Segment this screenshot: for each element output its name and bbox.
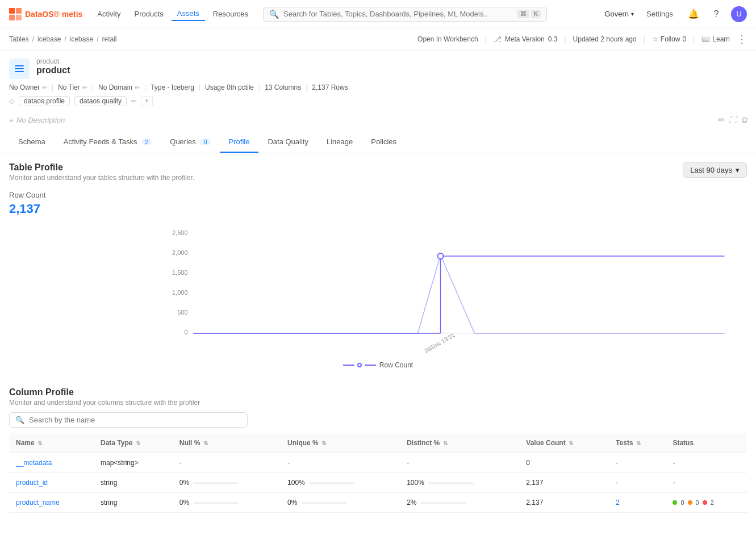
dot-orange: [688, 500, 692, 505]
dot-green: [673, 500, 677, 505]
no-tier: No Tier ✏: [58, 83, 87, 91]
edit-owner-icon[interactable]: ✏: [42, 84, 47, 91]
svg-text:2,000: 2,000: [172, 249, 188, 256]
meta-version: ⎇ Meta Version 0.3: [494, 35, 558, 43]
govern-dropdown[interactable]: Govern ▾: [604, 10, 634, 18]
tag-profile[interactable]: dataos.profile: [19, 96, 70, 106]
tab-schema[interactable]: Schema: [9, 132, 55, 153]
tab-policies[interactable]: Policies: [362, 132, 406, 153]
tab-activity[interactable]: Activity Feeds & Tasks 2: [55, 132, 161, 153]
breadcrumb-retail[interactable]: retail: [102, 35, 116, 43]
edit-description-btn[interactable]: ✏: [717, 115, 724, 125]
copy-btn[interactable]: ⧉: [741, 115, 747, 125]
tab-lineage[interactable]: Lineage: [318, 132, 362, 153]
fullscreen-btn[interactable]: ⛶: [729, 115, 737, 125]
type-value: Type - Iceberg: [151, 83, 194, 91]
distinct-progress-productname: [421, 502, 466, 504]
logo[interactable]: DataOS® metis: [9, 8, 82, 20]
edit-tags-icon[interactable]: ✏: [131, 98, 136, 105]
description-text: ≡ No Description: [9, 116, 65, 124]
col-header-unique[interactable]: Unique % ⇅: [281, 433, 400, 453]
link-tests-productname[interactable]: 2: [616, 499, 620, 506]
description-icon: ≡: [9, 116, 13, 124]
row-count-label: Row Count: [9, 191, 747, 199]
row-count-chart: 2,500 2,000 1,500 1,000 500 0 26/Dec 13:…: [9, 221, 747, 357]
search-input[interactable]: [283, 10, 513, 18]
open-workbench-btn[interactable]: Open In Workbench: [417, 35, 478, 43]
cell-tests-productid: -: [609, 473, 666, 493]
search-icon: 🔍: [15, 416, 24, 424]
add-term-btn[interactable]: +: [141, 96, 153, 106]
table-header-row: Name ⇅ Data Type ⇅ Null % ⇅ Unique % ⇅: [9, 433, 747, 453]
breadcrumb-icebase2[interactable]: icebase: [70, 35, 93, 43]
cell-null-productname: 0%: [173, 493, 281, 513]
entity-title: product: [36, 65, 70, 76]
sort-name-icon: ⇅: [37, 440, 42, 446]
table-profile-header: Table Profile Monitor and understand you…: [9, 162, 747, 182]
nav-resources[interactable]: Resources: [207, 7, 254, 20]
col-header-datatype[interactable]: Data Type ⇅: [94, 433, 173, 453]
sort-unique-icon: ⇅: [321, 440, 326, 446]
cell-datatype-productid: string: [94, 473, 173, 493]
chart-container: 2,500 2,000 1,500 1,000 500 0 26/Dec 13:…: [9, 221, 747, 369]
chevron-down-icon: ▾: [631, 11, 634, 17]
breadcrumb-bar: Tables / icebase / icebase / retail Open…: [0, 28, 756, 51]
table-profile-title-area: Table Profile Monitor and understand you…: [9, 162, 194, 182]
more-options-icon[interactable]: ⋮: [737, 33, 747, 45]
null-progress-productid: [193, 482, 239, 484]
table-profile-title: Table Profile: [9, 162, 194, 173]
date-range-button[interactable]: Last 90 days ▾: [683, 162, 747, 178]
col-header-null[interactable]: Null % ⇅: [173, 433, 281, 453]
nav-products[interactable]: Products: [129, 7, 169, 20]
help-icon[interactable]: ?: [708, 6, 724, 22]
follow-button[interactable]: ☆ Follow 0: [652, 35, 686, 43]
svg-rect-0: [9, 8, 15, 14]
null-progress-productname: [193, 502, 239, 504]
tags-row: ◇ dataos.profile dataos.quality ✏ +: [0, 96, 756, 111]
learn-button[interactable]: 📖 Learn: [701, 35, 730, 43]
metadata-row: No Owner ✏ | No Tier ✏ | No Domain ✏ | T…: [0, 79, 756, 96]
tag-quality[interactable]: dataos.quality: [74, 96, 127, 106]
column-search[interactable]: 🔍: [9, 412, 248, 428]
tab-queries[interactable]: Queries 0: [161, 132, 219, 153]
git-icon: ⎇: [494, 35, 502, 43]
row-count-value: 2,137: [9, 202, 747, 216]
tag-icon: ◇: [9, 97, 14, 105]
nav-activity[interactable]: Activity: [91, 7, 126, 20]
no-owner: No Owner ✏: [9, 83, 47, 91]
star-icon: ☆: [652, 35, 658, 43]
col-header-valuecount[interactable]: Value Count ⇅: [519, 433, 609, 453]
column-profile-table: Name ⇅ Data Type ⇅ Null % ⇅ Unique % ⇅: [9, 433, 747, 513]
link-metadata[interactable]: __metadata: [16, 459, 52, 467]
link-productname[interactable]: product_name: [16, 499, 60, 506]
cell-datatype-productname: string: [94, 493, 173, 513]
svg-rect-3: [16, 15, 22, 20]
avatar[interactable]: U: [731, 6, 747, 22]
breadcrumb-icebase1[interactable]: icebase: [37, 35, 61, 43]
table-row: product_id string 0% 100% 100%: [9, 473, 747, 493]
search-bar[interactable]: 🔍 ⌘ K: [263, 7, 547, 22]
entity-info: product product: [36, 57, 70, 76]
dot-orange-label: 0: [696, 499, 699, 506]
tab-profile[interactable]: Profile: [220, 132, 259, 153]
tab-dataquality[interactable]: Data Quality: [258, 132, 318, 153]
bell-icon[interactable]: 🔔: [686, 6, 701, 22]
breadcrumb-tables[interactable]: Tables: [9, 35, 29, 43]
col-header-tests[interactable]: Tests ⇅: [609, 433, 666, 453]
svg-text:1,500: 1,500: [172, 269, 188, 276]
nav-right: Govern ▾ Settings 🔔 ? U: [604, 6, 747, 22]
column-profile-subtitle: Monitor and understand your columns stru…: [9, 399, 747, 407]
settings-button[interactable]: Settings: [641, 7, 679, 20]
cell-name-productname: product_name: [9, 493, 94, 513]
table-profile-subtitle: Monitor and understand your tables struc…: [9, 174, 194, 182]
table-row: __metadata map<string> - - - 0: [9, 453, 747, 473]
chart-legend: Row Count: [9, 361, 747, 369]
edit-domain-icon[interactable]: ✏: [135, 84, 140, 91]
cell-null-metadata: -: [173, 453, 281, 473]
col-header-name[interactable]: Name ⇅: [9, 433, 94, 453]
nav-assets[interactable]: Assets: [172, 7, 205, 21]
link-productid[interactable]: product_id: [16, 479, 48, 487]
col-header-distinct[interactable]: Distinct % ⇅: [400, 433, 519, 453]
column-search-input[interactable]: [29, 416, 241, 424]
edit-tier-icon[interactable]: ✏: [82, 84, 87, 91]
